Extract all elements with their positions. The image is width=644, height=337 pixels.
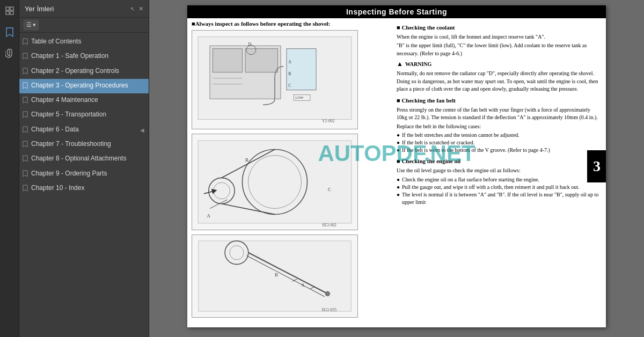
bookmark-item-ch7[interactable]: Chapter 7 - Troubleshooting — [19, 137, 149, 152]
svg-text:SE3-002: SE3-002 — [322, 223, 336, 228]
fan-belt-body-2: Replace the belt in the following cases: — [397, 123, 602, 131]
bookmark-label: Chapter 5 - Transportation — [31, 111, 144, 119]
svg-text:B: B — [288, 71, 291, 76]
pages-icon[interactable] — [3, 4, 16, 17]
engine-oil-bullet-3: The level is normal if it is between "A"… — [397, 191, 602, 206]
bookmark-item-ch4[interactable]: Chapter 4 Maintenance — [19, 93, 149, 108]
fan-belt-diagram: B C A SE3-002 — [192, 134, 358, 230]
attachments-nav-icon[interactable] — [3, 47, 16, 60]
pdf-area: 3 AUTOPDF.NET Inspecting Before Starting… — [149, 0, 644, 337]
warning-triangle-icon: ▲ — [397, 60, 403, 69]
svg-rect-0 — [6, 7, 9, 10]
svg-text:B: B — [275, 272, 278, 277]
bookmark-nav-icon[interactable] — [3, 26, 16, 39]
coolant-body-1: When the engine is cool, lift the bonnet… — [397, 33, 602, 41]
svg-rect-7 — [245, 49, 278, 72]
svg-rect-6 — [213, 49, 243, 72]
main-content: 3 AUTOPDF.NET Inspecting Before Starting… — [149, 0, 644, 337]
svg-text:A: A — [301, 282, 305, 288]
coolant-diagram: A B C D LOW — [192, 30, 358, 129]
bookmark-label: Chapter 10 - Index — [31, 184, 144, 193]
svg-text:LOW: LOW — [296, 96, 304, 99]
bookmark-label: Chapter 8 - Optional Attachments — [31, 155, 144, 163]
bookmark-label: Table of Contents — [31, 38, 144, 46]
bookmark-ribbon-icon — [23, 141, 28, 149]
svg-text:C: C — [328, 187, 331, 192]
collapse-arrow-icon[interactable]: ◀ — [140, 127, 144, 134]
bookmark-ribbon-icon — [23, 97, 28, 105]
pdf-right-column: Checking the coolant When the engine is … — [391, 18, 606, 325]
bookmark-item-ch6[interactable]: Chapter 6 - Data◀ — [19, 123, 149, 137]
bookmarks-toolbar: ☰ ▾ — [19, 18, 149, 33]
fan-belt-heading: Checking the fan belt — [397, 97, 602, 105]
bookmark-label: Chapter 4 Maintenance — [31, 96, 144, 105]
bookmark-ribbon-icon — [23, 155, 28, 164]
bookmark-ribbon-icon — [23, 185, 28, 193]
bookmarks-header: Yer İmleri ↖ × — [19, 0, 149, 18]
warning-title: ▲ WARNING — [397, 60, 602, 69]
pdf-page: 3 AUTOPDF.NET Inspecting Before Starting… — [187, 5, 606, 327]
fan-belt-body-1: Press strongly on the center of the fan … — [397, 106, 602, 122]
bookmark-item-ch2[interactable]: Chapter 2 - Operating Controls — [19, 64, 149, 79]
svg-rect-1 — [10, 7, 13, 10]
warning-label: WARNING — [405, 61, 431, 68]
svg-rect-3 — [10, 11, 13, 14]
coolant-body-2: "B" is the upper limit (full), "C" the l… — [397, 42, 602, 57]
bookmark-ribbon-icon — [23, 53, 28, 61]
warning-block: ▲ WARNING Normally, do not remove the ra… — [397, 60, 602, 93]
bookmark-label: Chapter 9 - Ordering Parts — [31, 170, 144, 178]
bookmark-item-ch8[interactable]: Chapter 8 - Optional Attachments — [19, 152, 149, 166]
bookmark-toolbar-btn[interactable]: ☰ ▾ — [24, 20, 39, 30]
close-button[interactable]: × — [139, 4, 143, 13]
bookmark-label: Chapter 7 - Troubleshooting — [31, 140, 144, 149]
bookmark-item-ch10[interactable]: Chapter 10 - Index — [19, 181, 149, 196]
svg-text:A: A — [288, 60, 291, 64]
bookmark-item-ch9[interactable]: Chapter 9 - Ordering Parts — [19, 167, 149, 181]
bookmark-ribbon-icon — [23, 82, 28, 91]
bookmark-item-toc[interactable]: Table of Contents — [19, 35, 149, 49]
svg-rect-2 — [6, 11, 9, 14]
header-icons: ↖ × — [130, 4, 143, 13]
left-toolbar — [0, 0, 19, 337]
bookmark-ribbon-icon — [23, 126, 28, 135]
bookmark-item-ch5[interactable]: Chapter 5 - Transportation — [19, 108, 149, 122]
warning-body: Normally, do not remove the radiator cap… — [397, 70, 602, 93]
bookmark-label: Chapter 6 - Data — [31, 126, 137, 134]
bookmarks-title: Yer İmleri — [25, 5, 54, 13]
bookmark-label: Chapter 1 - Safe Operation — [31, 52, 144, 61]
pdf-left-column: ■Always inspect as follows before operat… — [187, 18, 391, 325]
bookmark-ribbon-icon — [23, 38, 28, 47]
fan-belt-bullet-3: If the belt is worn to the bottom of the… — [397, 146, 602, 154]
bookmark-item-ch1[interactable]: Chapter 1 - Safe Operation — [19, 49, 149, 64]
engine-oil-body-1: Use the oil level gauge to check the eng… — [397, 167, 602, 175]
svg-rect-19 — [198, 141, 352, 223]
svg-text:C: C — [288, 83, 291, 88]
svg-text:B: B — [245, 157, 248, 163]
bookmarks-panel: Yer İmleri ↖ × ☰ ▾ Table of Contents Cha… — [19, 0, 149, 337]
bookmark-label: Chapter 2 - Operating Controls — [31, 67, 144, 76]
toolbar-btn-icon: ☰ — [26, 21, 32, 28]
pdf-body: ■Always inspect as follows before operat… — [187, 18, 606, 325]
chapter-tab: 3 — [587, 150, 606, 182]
bookmark-ribbon-icon — [23, 170, 28, 179]
fan-belt-bullet-2: If the belt is scratched or cracked. — [397, 139, 602, 146]
inspect-subtitle: ■Always inspect as follows before operat… — [192, 20, 387, 27]
svg-point-41 — [325, 291, 330, 296]
bookmarks-list: Table of Contents Chapter 1 - Safe Opera… — [19, 33, 149, 337]
engine-oil-bullet-2: Pull the gauge out, and wipe it off with… — [397, 184, 602, 191]
svg-text:Y2-002: Y2-002 — [322, 119, 335, 123]
toolbar-btn-arrow: ▾ — [33, 21, 36, 28]
svg-text:SG1-035: SG1-035 — [321, 307, 336, 312]
bookmark-ribbon-icon — [23, 111, 28, 120]
engine-oil-heading: Checking the engine oil — [397, 157, 602, 166]
bookmark-ribbon-icon — [23, 68, 28, 76]
coolant-heading: Checking the coolant — [397, 24, 602, 32]
svg-text:A: A — [207, 213, 211, 218]
bookmark-item-ch3[interactable]: Chapter 3 - Operating Procedures — [19, 79, 149, 93]
engine-oil-bullet-1: Check the engine oil on a flat surface b… — [397, 176, 602, 184]
bookmark-label: Chapter 3 - Operating Procedures — [31, 82, 144, 90]
fan-belt-bullet-1: If the belt stretches and the tension ca… — [397, 131, 602, 139]
engine-oil-diagram: A B SG1-035 — [192, 235, 358, 318]
cursor-indicator: ↖ — [130, 6, 135, 12]
pdf-header-bar: Inspecting Before Starting — [187, 5, 606, 18]
